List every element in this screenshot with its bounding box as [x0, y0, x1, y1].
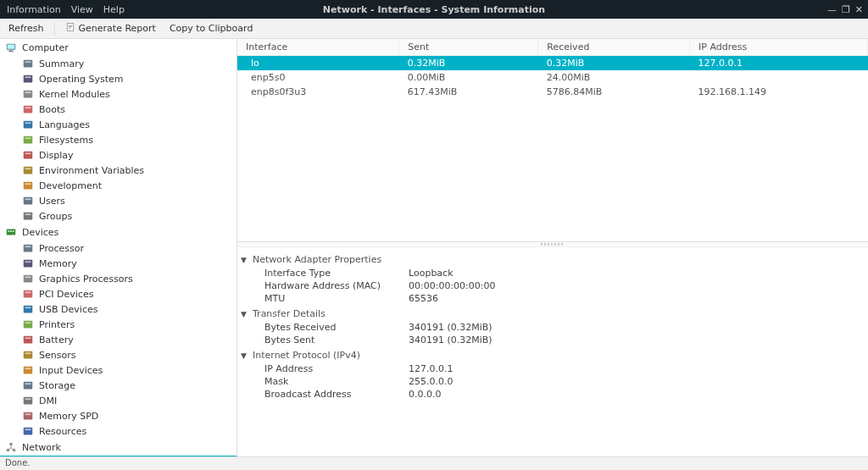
svg-rect-12	[25, 91, 31, 93]
sidebar-item-label: Resources	[39, 426, 86, 437]
sidebar-cat-network[interactable]: Network	[0, 439, 236, 456]
generate-report-button[interactable]: Generate Report	[62, 20, 159, 36]
col-sent[interactable]: Sent	[399, 39, 538, 56]
detail-value: 255.0.0.0	[409, 376, 453, 387]
col-interface[interactable]: Interface	[237, 39, 399, 56]
sidebar-item-memory-spd[interactable]: Memory SPD	[0, 408, 236, 423]
cell-sent: 617.43MiB	[399, 85, 538, 99]
sidebar-cat-devices-label: Devices	[22, 227, 58, 238]
sidebar[interactable]: Computer SummaryOperating SystemKernel M…	[0, 39, 237, 456]
svg-rect-38	[25, 276, 31, 278]
menu-information[interactable]: Information	[7, 4, 61, 15]
detail-key: Hardware Address (MAC)	[264, 280, 409, 291]
sidebar-item-operating-system[interactable]: Operating System	[0, 71, 236, 86]
svg-rect-47	[24, 351, 33, 359]
network-icon	[5, 441, 17, 453]
detail-value: 127.0.0.1	[409, 363, 453, 374]
sidebar-item-label: Groups	[39, 211, 72, 222]
svg-rect-44	[25, 322, 31, 323]
cell-ip: 127.0.0.1	[690, 56, 868, 71]
sidebar-item-pci-devices[interactable]: PCI Devices	[0, 286, 236, 301]
environment-variables-icon	[22, 164, 34, 176]
sidebar-item-users[interactable]: Users	[0, 193, 236, 208]
section-transfer-details-header[interactable]: ▼ Transfer Details	[241, 307, 865, 321]
table-row[interactable]: enp8s0f3u3617.43MiB5786.84MiB192.168.1.1…	[237, 85, 868, 99]
sidebar-item-label: Processor	[39, 243, 84, 254]
sidebar-item-boots[interactable]: Boots	[0, 102, 236, 117]
svg-rect-52	[25, 383, 31, 384]
sidebar-item-label: Printers	[39, 319, 75, 330]
detail-key: Bytes Received	[264, 322, 409, 333]
detail-value: 00:00:00:00:00:00	[409, 280, 496, 291]
sidebar-item-battery[interactable]: Battery	[0, 332, 236, 347]
sidebar-item-interfaces[interactable]: Interfaces	[0, 456, 236, 456]
svg-rect-31	[10, 230, 12, 232]
table-row[interactable]: enp5s00.00MiB24.00MiB	[237, 70, 868, 85]
detail-value: 0.0.0.0	[409, 389, 441, 400]
section-ipv4-header[interactable]: ▼ Internet Protocol (IPv4)	[241, 348, 865, 362]
sidebar-cat-computer[interactable]: Computer	[0, 39, 236, 56]
sidebar-item-summary[interactable]: Summary	[0, 56, 236, 71]
processor-icon	[22, 242, 34, 254]
sidebar-item-environment-variables[interactable]: Environment Variables	[0, 163, 236, 178]
svg-rect-8	[25, 61, 31, 63]
statusbar-text: Done.	[5, 458, 31, 467]
sidebar-item-label: Graphics Processors	[39, 274, 133, 285]
section-transfer-details: ▼ Transfer Details Bytes Received340191 …	[241, 307, 865, 346]
cell-sent: 0.00MiB	[399, 70, 538, 85]
svg-rect-22	[25, 168, 31, 169]
menu-view[interactable]: View	[71, 4, 93, 15]
svg-rect-19	[24, 152, 33, 159]
svg-rect-46	[25, 337, 31, 339]
sidebar-item-languages[interactable]: Languages	[0, 117, 236, 132]
svg-rect-55	[24, 412, 33, 420]
toolbar-separator	[54, 22, 55, 36]
table-row[interactable]: lo0.32MiB0.32MiB127.0.0.1	[237, 56, 868, 71]
svg-rect-10	[25, 76, 31, 78]
detail-row: Mask255.0.0.0	[241, 375, 865, 388]
cell-received: 5786.84MiB	[538, 85, 690, 99]
usb-devices-icon	[22, 303, 34, 315]
sidebar-item-groups[interactable]: Groups	[0, 208, 236, 224]
sidebar-item-storage[interactable]: Storage	[0, 378, 236, 393]
svg-rect-37	[24, 275, 33, 283]
section-adapter-properties-header[interactable]: ▼ Network Adapter Properties	[241, 252, 865, 267]
sidebar-item-kernel-modules[interactable]: Kernel Modules	[0, 86, 236, 102]
groups-icon	[22, 210, 34, 222]
svg-rect-32	[13, 230, 14, 232]
detail-row: IP Address127.0.0.1	[241, 362, 865, 375]
sidebar-item-printers[interactable]: Printers	[0, 317, 236, 332]
sidebar-item-usb-devices[interactable]: USB Devices	[0, 301, 236, 317]
sidebar-item-input-devices[interactable]: Input Devices	[0, 362, 236, 378]
menu-help[interactable]: Help	[103, 4, 125, 15]
sidebar-item-label: Memory SPD	[39, 411, 98, 422]
sidebar-item-development[interactable]: Development	[0, 178, 236, 193]
col-received[interactable]: Received	[538, 39, 690, 56]
section-ipv4-title: Internet Protocol (IPv4)	[253, 350, 360, 361]
computer-icon	[5, 41, 17, 53]
sidebar-item-memory[interactable]: Memory	[0, 256, 236, 271]
maximize-button[interactable]: ❐	[842, 4, 850, 15]
detail-value: 340191 (0.32MiB)	[409, 335, 492, 346]
sidebar-item-dmi[interactable]: DMI	[0, 393, 236, 408]
refresh-button[interactable]: Refresh	[5, 21, 47, 36]
sidebar-item-processor[interactable]: Processor	[0, 241, 236, 256]
copy-clipboard-button[interactable]: Copy to Clipboard	[166, 21, 256, 36]
sidebar-item-filesystems[interactable]: Filesystems	[0, 132, 236, 147]
svg-rect-54	[25, 398, 31, 400]
sidebar-item-label: DMI	[39, 395, 57, 406]
sidebar-item-resources[interactable]: Resources	[0, 423, 236, 439]
svg-rect-6	[8, 51, 13, 53]
close-button[interactable]: ✕	[855, 4, 863, 15]
svg-rect-25	[24, 197, 33, 205]
sidebar-item-sensors[interactable]: Sensors	[0, 347, 236, 362]
sidebar-cat-devices[interactable]: Devices	[0, 224, 236, 241]
sidebar-item-graphics-processors[interactable]: Graphics Processors	[0, 271, 236, 286]
svg-point-59	[9, 443, 13, 446]
sidebar-cat-computer-label: Computer	[22, 42, 69, 53]
col-ip[interactable]: IP Address	[690, 39, 868, 56]
devices-icon	[5, 226, 17, 238]
sidebar-item-display[interactable]: Display	[0, 147, 236, 163]
report-icon	[65, 22, 75, 35]
minimize-button[interactable]: —	[827, 4, 837, 15]
